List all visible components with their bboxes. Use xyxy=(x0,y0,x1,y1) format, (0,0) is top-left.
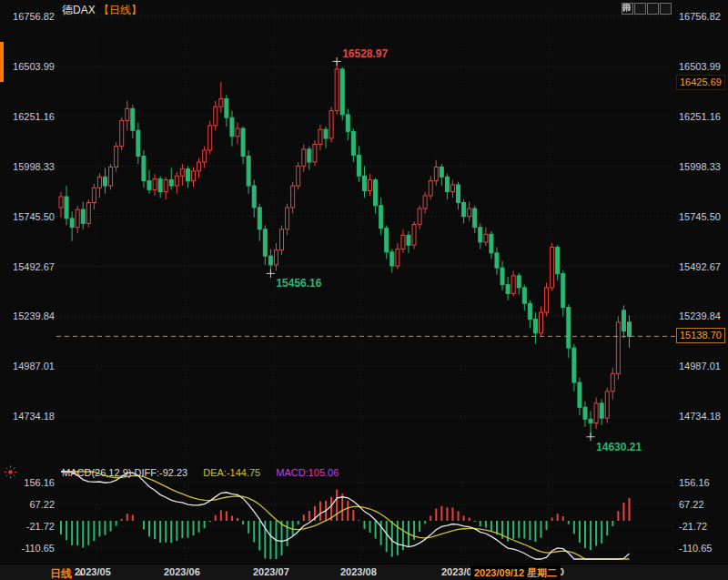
candle-body xyxy=(445,177,449,191)
candlestick-chart-canvas[interactable] xyxy=(0,0,728,580)
candle-body xyxy=(241,128,245,156)
candle-body xyxy=(369,180,372,191)
candle-body xyxy=(440,167,443,177)
candle-body xyxy=(92,188,96,202)
candle-body xyxy=(109,167,113,186)
candle-body xyxy=(374,180,378,206)
candle-body xyxy=(230,117,234,137)
candle-body xyxy=(450,185,454,192)
candle-body xyxy=(616,322,620,373)
candle-body xyxy=(572,348,576,382)
time-axis-month-label: 2023/07 xyxy=(253,566,289,577)
last-price-badge: 15138.70 xyxy=(676,328,725,343)
candle-body xyxy=(252,186,256,208)
candle-body xyxy=(86,203,90,224)
price-annotation: 16528.97 xyxy=(342,47,388,60)
candle-body xyxy=(556,247,560,273)
candle-body xyxy=(313,144,317,162)
candle-body xyxy=(297,166,300,186)
candle-body xyxy=(142,156,146,180)
macd-dea-label: DEA:-144.75 xyxy=(203,467,260,478)
candle-body xyxy=(561,274,565,308)
candle-body xyxy=(351,131,355,155)
candle-body xyxy=(622,310,625,331)
candle-body xyxy=(335,69,339,111)
candle-body xyxy=(457,185,460,203)
candle-body xyxy=(236,128,239,137)
crosshair-marker-icon xyxy=(267,270,275,278)
macd-axis-label-left: 67.22 xyxy=(2,499,55,510)
macd-axis-label-left: -110.65 xyxy=(2,543,55,554)
candle-body xyxy=(385,229,389,252)
price-axis-label-left: 15239.84 xyxy=(2,310,55,321)
candle-body xyxy=(495,253,499,268)
alert-burst-icon[interactable] xyxy=(4,465,17,479)
candle-body xyxy=(506,285,510,294)
candle-body xyxy=(462,203,466,217)
candle-body xyxy=(605,392,609,418)
candle-body xyxy=(329,111,333,138)
price-axis-label-left: 16756.82 xyxy=(2,11,55,22)
candle-body xyxy=(418,209,421,224)
candle-body xyxy=(258,208,261,229)
candle-body xyxy=(362,176,366,190)
candle-body xyxy=(423,196,427,209)
candle-body xyxy=(268,256,272,265)
cursor-date-badge: 2023/09/12 星期二 xyxy=(470,565,561,580)
candle-body xyxy=(104,177,107,186)
macd-diff-label: MACD(26,12,9) DIFF:-92.23 xyxy=(62,467,187,478)
time-axis-month-label: 2023/08 xyxy=(340,566,377,577)
candle-body xyxy=(551,247,554,288)
crosshair-marker-icon xyxy=(587,432,595,441)
candle-body xyxy=(473,209,477,228)
candle-body xyxy=(479,228,482,242)
price-axis-label-right: 16756.82 xyxy=(679,11,721,22)
macd-value-label: MACD:105.06 xyxy=(276,467,339,478)
candle-body xyxy=(468,209,471,217)
timeframe-selector[interactable]: 日线 xyxy=(50,566,72,580)
candle-body xyxy=(219,99,223,107)
price-axis-label-right: 16251.16 xyxy=(679,111,721,122)
candle-body xyxy=(70,219,74,228)
candle-body xyxy=(407,235,410,245)
chart-window: 德DAX 【日线】 xyxy=(0,0,728,580)
candle-body xyxy=(589,419,592,422)
candle-body xyxy=(583,407,587,419)
candle-body xyxy=(197,162,201,171)
candle-body xyxy=(59,197,63,208)
candle-body xyxy=(186,169,189,181)
price-annotation: 14630.21 xyxy=(596,441,642,453)
candle-body xyxy=(153,178,157,189)
candle-body xyxy=(302,149,306,166)
price-axis-label-left: 15998.33 xyxy=(2,161,55,172)
candle-body xyxy=(545,288,549,312)
candle-body xyxy=(131,108,135,130)
candle-body xyxy=(600,403,603,418)
candle-body xyxy=(533,320,537,333)
candle-body xyxy=(175,176,178,186)
candle-body xyxy=(263,229,267,256)
candle-body xyxy=(280,229,284,250)
candle-body xyxy=(203,150,207,162)
candle-body xyxy=(379,206,383,229)
candle-body xyxy=(136,130,140,156)
candle-body xyxy=(180,169,184,177)
high-price-badge: 16425.69 xyxy=(676,75,725,90)
diff-line xyxy=(61,472,630,559)
candle-body xyxy=(308,149,311,162)
candle-body xyxy=(522,288,526,303)
macd-axis-label-right: -110.65 xyxy=(679,543,713,554)
candle-body xyxy=(274,250,278,265)
candle-body xyxy=(511,276,515,294)
candle-body xyxy=(539,312,542,333)
candle-body xyxy=(115,147,118,168)
crosshair-marker-icon xyxy=(333,57,341,66)
candle-body xyxy=(76,209,79,228)
candle-body xyxy=(484,234,488,242)
candle-body xyxy=(225,99,228,118)
candle-body xyxy=(169,180,173,187)
candle-body xyxy=(401,235,405,249)
candle-body xyxy=(147,181,151,190)
candle-body xyxy=(578,382,581,407)
price-axis-label-right: 14987.01 xyxy=(679,361,721,371)
